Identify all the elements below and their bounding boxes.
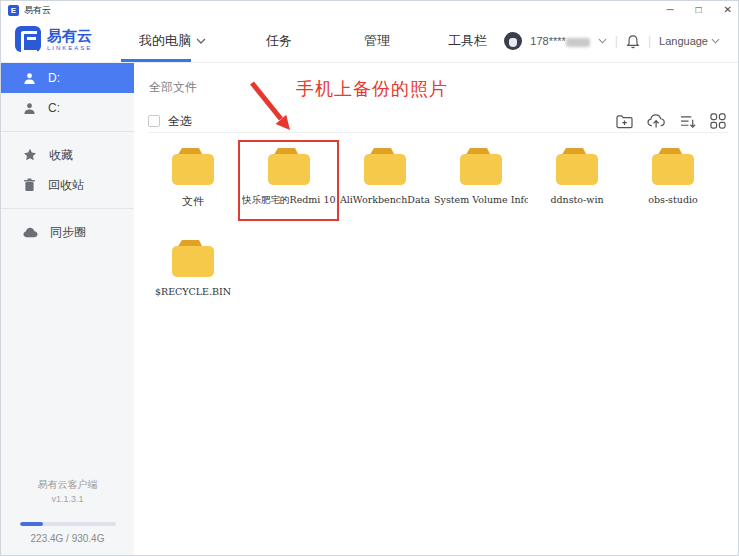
folder-item[interactable]: ddnsto-win	[529, 139, 625, 231]
active-tab-underline	[121, 59, 191, 62]
file-browser: 全部文件 手机上备份的照片 全选	[134, 63, 738, 556]
sidebar-divider	[1, 208, 134, 209]
disk-usage-fill	[20, 522, 43, 526]
folder-item[interactable]: 文件	[145, 139, 241, 231]
cloud-icon	[23, 227, 38, 238]
folder-icon	[361, 146, 409, 188]
sidebar-item-drive-c[interactable]: C:	[1, 93, 134, 123]
user-phone[interactable]: 178****	[530, 35, 589, 47]
trash-icon	[23, 178, 36, 192]
sidebar-item-drive-d[interactable]: D:	[1, 63, 134, 93]
app-window: E 易有云 ─ □ ✕ 易有云 LINKEASE 我的电脑 任务 管理 工	[0, 0, 739, 556]
grid-view-button[interactable]	[710, 113, 726, 129]
folder-grid: 文件 快乐肥宅的Redmi 10X… AliWorkbenchData Syst…	[145, 139, 734, 323]
disk-usage-text: 223.4G / 930.4G	[1, 533, 134, 544]
new-folder-button[interactable]	[616, 114, 633, 129]
sidebar-footer: 易有云客户端 v1.1.3.1 223.4G / 930.4G	[1, 478, 134, 544]
star-icon	[23, 148, 37, 162]
tab-tasks[interactable]: 任务	[266, 32, 292, 50]
tab-manage[interactable]: 管理	[364, 32, 390, 50]
select-all-checkbox[interactable]	[148, 115, 160, 127]
folder-item[interactable]: System Volume Infor…	[433, 139, 529, 231]
upload-button[interactable]	[647, 113, 666, 129]
nav-bar: 易有云 LINKEASE 我的电脑 任务 管理 工具栏 178**** |	[1, 19, 738, 63]
sidebar: D: C: 收藏 回收站 同步圈 易有云客户端 v1.1.3.	[1, 63, 134, 556]
brand-logo: 易有云 LINKEASE	[15, 26, 92, 52]
tab-toolbar[interactable]: 工具栏	[448, 32, 487, 50]
content-divider	[148, 132, 728, 133]
folder-icon	[169, 146, 217, 188]
breadcrumb: 全部文件	[149, 79, 197, 96]
user-menu-chevron-icon[interactable]	[598, 38, 607, 44]
chevron-down-icon	[196, 38, 206, 44]
logo-title: 易有云	[47, 28, 92, 43]
folder-icon	[265, 146, 313, 188]
close-button[interactable]: ✕	[724, 1, 732, 19]
folder-icon	[457, 146, 505, 188]
folder-item-highlighted[interactable]: 快乐肥宅的Redmi 10X…	[241, 139, 337, 231]
folder-icon	[169, 238, 217, 280]
folder-icon	[553, 146, 601, 188]
title-bar: E 易有云 ─ □ ✕	[1, 1, 738, 19]
maximize-button[interactable]: □	[696, 1, 702, 19]
folder-item[interactable]: AliWorkbenchData	[337, 139, 433, 231]
window-title: 易有云	[24, 4, 51, 17]
divider: |	[648, 34, 651, 48]
sort-button[interactable]	[680, 114, 696, 129]
folder-icon	[649, 146, 697, 188]
disk-usage-bar	[20, 522, 116, 526]
drive-user-icon	[23, 102, 36, 115]
client-version: v1.1.3.1	[1, 494, 134, 504]
user-avatar[interactable]	[504, 32, 522, 50]
language-selector[interactable]: Language	[659, 35, 720, 47]
sidebar-divider	[1, 131, 134, 132]
folder-item[interactable]: $RECYCLE.BIN	[145, 231, 241, 323]
select-all-label: 全选	[168, 113, 192, 130]
client-name: 易有云客户端	[1, 478, 134, 492]
sidebar-item-favorites[interactable]: 收藏	[1, 140, 134, 170]
sidebar-item-sync-circle[interactable]: 同步圈	[1, 217, 134, 247]
drive-user-icon	[23, 72, 36, 85]
app-icon: E	[8, 5, 19, 16]
sidebar-item-recycle-bin[interactable]: 回收站	[1, 170, 134, 200]
phone-blur	[566, 38, 590, 47]
logo-subtitle: LINKEASE	[47, 45, 92, 51]
annotation-text: 手机上备份的照片	[296, 77, 448, 101]
divider: |	[615, 34, 618, 48]
linkease-logo-icon	[15, 26, 41, 52]
tab-my-computer[interactable]: 我的电脑	[139, 32, 206, 50]
minimize-button[interactable]: ─	[666, 1, 673, 19]
notification-bell-icon[interactable]	[626, 34, 640, 49]
chevron-down-icon	[711, 38, 720, 44]
folder-item[interactable]: obs-studio	[625, 139, 721, 231]
